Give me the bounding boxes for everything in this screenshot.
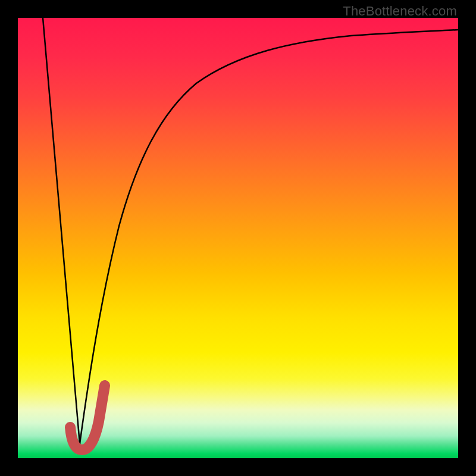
chart-curves	[18, 18, 458, 458]
watermark-label: TheBottleneck.com	[343, 4, 457, 19]
chart-container: TheBottleneck.com	[0, 0, 476, 476]
ascending-curve	[80, 30, 458, 444]
descending-line	[43, 18, 80, 444]
